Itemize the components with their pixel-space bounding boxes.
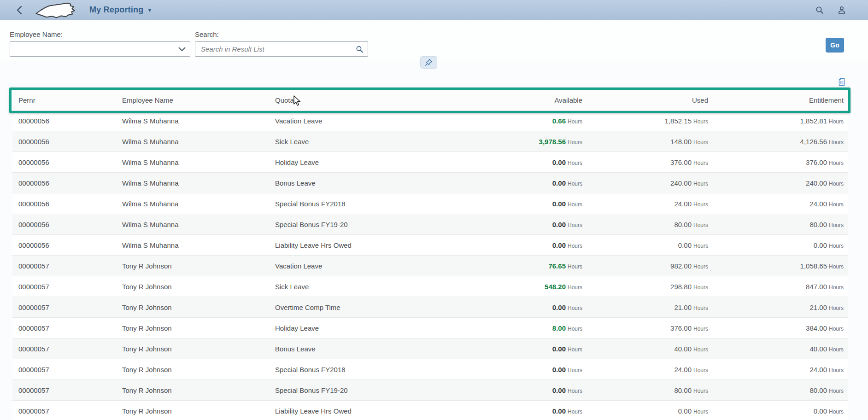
hours-unit: Hours <box>693 305 708 311</box>
back-button[interactable] <box>13 4 26 17</box>
combobox-arrow-button[interactable] <box>178 47 186 51</box>
cell-employee-name: Tony R Johnson <box>116 407 269 415</box>
export-spreadsheet-button[interactable] <box>836 76 848 88</box>
available-value: 3,978.56 <box>539 138 566 146</box>
table-row[interactable]: 00000056 Wilma S Muhanna Sick Leave 3,97… <box>12 131 848 152</box>
table-row[interactable]: 00000056 Wilma S Muhanna Liability Leave… <box>12 235 848 256</box>
employee-name-label: Employee Name: <box>10 30 190 38</box>
table-row[interactable]: 00000056 Wilma S Muhanna Holiday Leave 0… <box>12 152 848 173</box>
entitlement-value: 80.00 <box>809 221 827 228</box>
hours-unit: Hours <box>568 243 582 249</box>
shell-user-button[interactable] <box>834 2 850 18</box>
cell-used: 40.00Hours <box>586 345 712 353</box>
cell-entitlement: 80.00Hours <box>712 386 848 394</box>
used-value: 0.00 <box>678 241 692 249</box>
nc-state-outline-logo <box>34 1 78 19</box>
cell-quota: Vacation Leave <box>269 117 467 125</box>
hours-unit: Hours <box>693 222 708 228</box>
employee-name-input[interactable] <box>10 42 190 56</box>
cell-employee-name: Tony R Johnson <box>116 324 269 332</box>
cell-employee-name: Wilma S Muhanna <box>116 117 269 125</box>
cell-pernr: 00000057 <box>12 407 116 415</box>
pin-filter-bar-button[interactable] <box>420 56 437 69</box>
table-row[interactable]: 00000057 Tony R Johnson Overtime Comp Ti… <box>12 297 848 318</box>
column-header-pernr[interactable]: Pernr <box>12 96 116 104</box>
used-value: 24.00 <box>674 366 692 373</box>
available-value: 0.00 <box>552 241 566 249</box>
used-value: 1,852.15 <box>665 117 692 125</box>
used-value: 80.00 <box>674 221 692 228</box>
hours-unit: Hours <box>568 367 582 373</box>
shell-search-button[interactable] <box>812 2 827 18</box>
column-header-used[interactable]: Used <box>586 96 712 104</box>
table-row[interactable]: 00000056 Wilma S Muhanna Bonus Leave 0.0… <box>12 173 848 193</box>
result-search-input[interactable] <box>195 42 368 56</box>
hours-unit: Hours <box>693 263 708 270</box>
cell-entitlement: 80.00Hours <box>712 221 848 228</box>
table-row[interactable]: 00000057 Tony R Johnson Bonus Leave 0.00… <box>12 338 848 359</box>
cell-available: 0.00Hours <box>467 345 586 353</box>
cell-employee-name: Wilma S Muhanna <box>116 200 269 208</box>
cell-pernr: 00000057 <box>12 386 116 394</box>
cell-employee-name: Wilma S Muhanna <box>116 138 269 146</box>
cell-quota: Bonus Leave <box>269 179 467 187</box>
cell-pernr: 00000056 <box>12 138 116 146</box>
cell-used: 24.00Hours <box>586 200 712 208</box>
used-value: 982.00 <box>670 262 692 270</box>
shell-header: My Reporting ▼ <box>0 0 868 20</box>
table-row[interactable]: 00000057 Tony R Johnson Liability Leave … <box>12 401 848 420</box>
available-value: 0.00 <box>552 366 566 373</box>
table-row[interactable]: 00000057 Tony R Johnson Vacation Leave 7… <box>12 256 848 276</box>
cell-quota: Special Bonus FY2018 <box>269 366 467 373</box>
column-header-quota[interactable]: Quota <box>269 96 467 104</box>
cell-employee-name: Wilma S Muhanna <box>116 241 269 249</box>
app-title-menu[interactable]: My Reporting ▼ <box>89 5 152 15</box>
cell-available: 8.00Hours <box>467 324 586 332</box>
hours-unit: Hours <box>829 181 844 187</box>
table-row[interactable]: 00000056 Wilma S Muhanna Special Bonus F… <box>12 193 848 214</box>
cell-used: 1,852.15Hours <box>586 117 712 125</box>
cell-employee-name: Tony R Johnson <box>116 345 269 353</box>
hours-unit: Hours <box>693 284 708 291</box>
column-header-employee[interactable]: Employee Name <box>116 96 269 104</box>
column-header-available[interactable]: Available <box>467 96 586 104</box>
cell-pernr: 00000057 <box>12 262 116 270</box>
entitlement-value: 847.00 <box>806 283 827 291</box>
column-header-entitlement[interactable]: Entitlement <box>712 96 848 104</box>
go-button[interactable]: Go <box>826 38 844 52</box>
cell-available: 0.00Hours <box>467 366 586 373</box>
search-submit-button[interactable] <box>356 45 364 53</box>
table-row[interactable]: 00000057 Tony R Johnson Special Bonus FY… <box>12 380 848 401</box>
hours-unit: Hours <box>568 284 582 291</box>
result-search-box[interactable] <box>195 41 368 57</box>
table-header-row[interactable]: Pernr Employee Name Quota Available Used… <box>12 90 848 111</box>
cell-pernr: 00000056 <box>12 158 116 166</box>
employee-name-field: Employee Name: <box>10 30 190 57</box>
table-row[interactable]: 00000057 Tony R Johnson Holiday Leave 8.… <box>12 318 848 338</box>
entitlement-value: 21.00 <box>809 303 827 311</box>
table-row[interactable]: 00000056 Wilma S Muhanna Vacation Leave … <box>12 111 848 131</box>
cell-quota: Vacation Leave <box>269 262 467 270</box>
table-row[interactable]: 00000057 Tony R Johnson Sick Leave 548.2… <box>12 276 848 297</box>
hours-unit: Hours <box>693 388 708 394</box>
cell-quota: Special Bonus FY19-20 <box>269 386 467 394</box>
export-spreadsheet-icon <box>837 77 847 87</box>
cell-quota: Sick Leave <box>269 138 467 146</box>
cell-employee-name: Tony R Johnson <box>116 262 269 270</box>
table-row[interactable]: 00000057 Tony R Johnson Special Bonus FY… <box>12 359 848 380</box>
cell-entitlement: 24.00Hours <box>712 200 848 208</box>
entitlement-value: 384.00 <box>806 324 827 332</box>
cell-pernr: 00000057 <box>12 303 116 311</box>
used-value: 148.00 <box>670 138 692 146</box>
employee-name-combobox[interactable] <box>10 41 190 57</box>
hours-unit: Hours <box>568 346 582 353</box>
chevron-left-icon <box>16 6 23 15</box>
hours-unit: Hours <box>829 284 844 291</box>
entitlement-value: 240.00 <box>806 179 827 187</box>
available-value: 0.00 <box>552 179 566 187</box>
cell-quota: Holiday Leave <box>269 324 467 332</box>
cell-entitlement: 376.00Hours <box>712 158 848 166</box>
table-row[interactable]: 00000056 Wilma S Muhanna Special Bonus F… <box>12 214 848 235</box>
cell-employee-name: Wilma S Muhanna <box>116 221 269 228</box>
used-value: 298.80 <box>670 283 692 291</box>
